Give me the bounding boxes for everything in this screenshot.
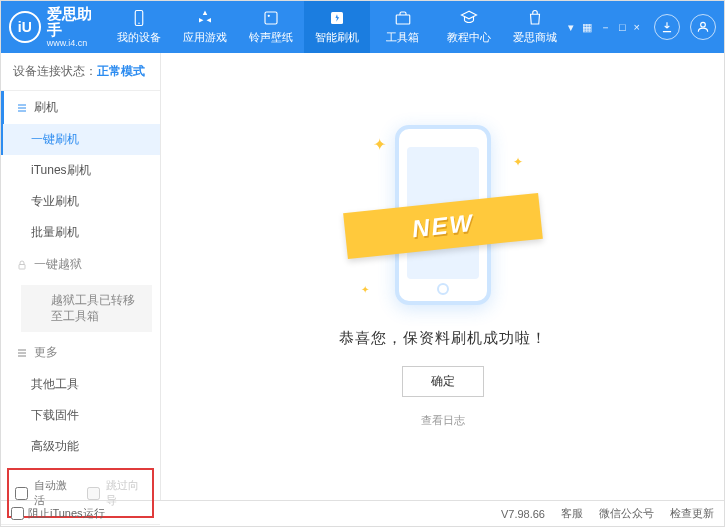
flash-icon — [328, 9, 346, 27]
success-message: 恭喜您，保资料刷机成功啦！ — [339, 329, 547, 348]
nav-my-device[interactable]: 我的设备 — [106, 1, 172, 53]
version-label: V7.98.66 — [501, 508, 545, 520]
sidebar-item-onekey-flash[interactable]: 一键刷机 — [1, 124, 160, 155]
sidebar: 设备连接状态：正常模式 刷机 一键刷机 iTunes刷机 专业刷机 批量刷机 一… — [1, 53, 161, 500]
window-controls: ▾ ▦ － □ × — [568, 20, 640, 35]
svg-rect-7 — [19, 264, 25, 269]
store-icon — [526, 9, 544, 27]
sparkle-icon: ✦ — [513, 155, 523, 169]
app-name: 爱思助手 — [47, 6, 106, 39]
auto-activate-checkbox[interactable] — [15, 487, 28, 500]
sidebar-section-flash[interactable]: 刷机 — [1, 91, 160, 124]
skip-setup-checkbox[interactable] — [87, 487, 100, 500]
view-log-link[interactable]: 查看日志 — [421, 413, 465, 428]
sidebar-section-jailbreak: 一键越狱 — [1, 248, 160, 281]
phone-icon — [130, 9, 148, 27]
skin-icon[interactable]: ▦ — [582, 21, 592, 34]
svg-rect-5 — [396, 15, 410, 24]
nav-store[interactable]: 爱思商城 — [502, 1, 568, 53]
svg-point-6 — [701, 22, 706, 27]
titlebar: iU 爱思助手 www.i4.cn 我的设备 应用游戏 铃声壁纸 智能刷机 工具… — [1, 1, 724, 53]
maximize-icon[interactable]: □ — [619, 21, 626, 33]
sidebar-item-batch-flash[interactable]: 批量刷机 — [1, 217, 160, 248]
sidebar-item-download-fw[interactable]: 下载固件 — [1, 400, 160, 431]
status-customer-service[interactable]: 客服 — [561, 506, 583, 521]
list-icon — [16, 347, 28, 359]
toolbox-icon — [394, 9, 412, 27]
main-content: ✦ ✦ ✦ NEW 恭喜您，保资料刷机成功啦！ 确定 查看日志 — [161, 53, 724, 500]
nav-tutorials[interactable]: 教程中心 — [436, 1, 502, 53]
status-check-update[interactable]: 检查更新 — [670, 506, 714, 521]
menu-icon[interactable]: ▾ — [568, 21, 574, 34]
success-illustration: ✦ ✦ ✦ NEW — [353, 125, 533, 315]
ok-button[interactable]: 确定 — [402, 366, 484, 397]
sidebar-section-more[interactable]: 更多 — [1, 336, 160, 369]
svg-point-3 — [268, 15, 270, 17]
lock-icon — [16, 259, 28, 271]
sidebar-jailbreak-note: 越狱工具已转移至工具箱 — [21, 285, 152, 332]
tutorial-icon — [460, 9, 478, 27]
user-button[interactable] — [690, 14, 716, 40]
sidebar-item-itunes-flash[interactable]: iTunes刷机 — [1, 155, 160, 186]
sparkle-icon: ✦ — [373, 135, 386, 154]
sidebar-item-pro-flash[interactable]: 专业刷机 — [1, 186, 160, 217]
svg-rect-2 — [265, 12, 277, 24]
new-ribbon: NEW — [343, 193, 543, 259]
nav-flash[interactable]: 智能刷机 — [304, 1, 370, 53]
block-itunes-checkbox[interactable] — [11, 507, 24, 520]
app-logo: iU 爱思助手 www.i4.cn — [9, 6, 106, 49]
sidebar-item-other-tools[interactable]: 其他工具 — [1, 369, 160, 400]
svg-point-1 — [138, 23, 140, 25]
nav-apps[interactable]: 应用游戏 — [172, 1, 238, 53]
close-icon[interactable]: × — [634, 21, 640, 33]
minimize-icon[interactable]: － — [600, 20, 611, 35]
list-icon — [16, 102, 28, 114]
block-itunes-option[interactable]: 阻止iTunes运行 — [11, 506, 105, 521]
top-nav: 我的设备 应用游戏 铃声壁纸 智能刷机 工具箱 教程中心 爱思商城 — [106, 1, 568, 53]
logo-icon: iU — [9, 11, 41, 43]
sidebar-item-advanced[interactable]: 高级功能 — [1, 431, 160, 462]
wallpaper-icon — [262, 9, 280, 27]
download-button[interactable] — [654, 14, 680, 40]
nav-toolbox[interactable]: 工具箱 — [370, 1, 436, 53]
app-url: www.i4.cn — [47, 39, 106, 49]
sparkle-icon: ✦ — [361, 284, 369, 295]
nav-ringtone[interactable]: 铃声壁纸 — [238, 1, 304, 53]
status-wechat[interactable]: 微信公众号 — [599, 506, 654, 521]
apps-icon — [196, 9, 214, 27]
titlebar-right: ▾ ▦ － □ × — [568, 14, 716, 40]
connection-status: 设备连接状态：正常模式 — [1, 53, 160, 91]
